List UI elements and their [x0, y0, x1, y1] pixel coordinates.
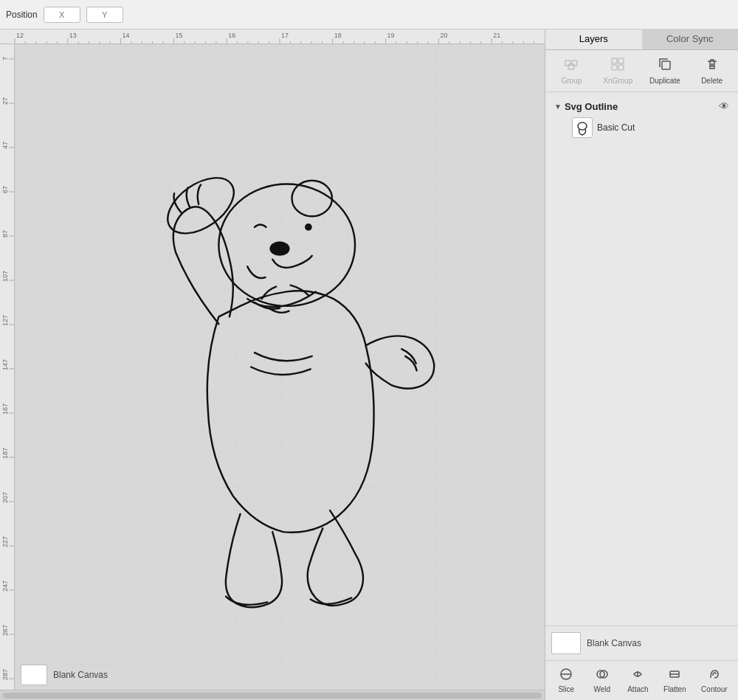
group-button[interactable]: Group	[552, 55, 590, 87]
layer-thumbnail	[572, 117, 593, 138]
bottom-scrollbar[interactable]	[0, 690, 545, 700]
group-label: Group	[562, 77, 582, 85]
right-panel: Layers Color Sync Group	[545, 30, 738, 700]
svg-point-1	[292, 181, 332, 217]
ungroup-label: XnGroup	[603, 77, 632, 85]
blank-canvas-label: Blank Canvas	[53, 670, 108, 680]
svg-point-2	[218, 184, 355, 306]
svg-rect-12	[662, 61, 670, 69]
vertical-ruler	[0, 44, 15, 690]
panel-toolbar: Group XnGroup	[545, 50, 738, 92]
svg-rect-11	[618, 65, 624, 70]
ungroup-button[interactable]: XnGroup	[599, 55, 637, 87]
flatten-label: Flatten	[663, 685, 686, 693]
contour-icon	[708, 668, 721, 684]
duplicate-icon	[658, 57, 672, 75]
svg-rect-10	[612, 65, 617, 70]
svg-point-4	[269, 241, 289, 255]
svg-illustration	[15, 44, 545, 690]
layer-group: ▼ Svg Outline 👁 Basic Cut	[545, 95, 738, 144]
blank-canvas-thumbnail	[21, 665, 47, 685]
panel-blank-canvas-thumb	[551, 632, 581, 654]
contour-label: Contour	[701, 685, 728, 693]
weld-icon	[596, 668, 609, 684]
weld-button[interactable]: Weld	[587, 665, 617, 696]
delete-icon	[705, 57, 720, 75]
attach-label: Attach	[627, 685, 648, 693]
attach-icon	[631, 668, 644, 684]
canvas-area: Blank Canvas	[0, 30, 545, 700]
blank-canvas-row: Blank Canvas	[545, 626, 738, 660]
duplicate-button[interactable]: Duplicate	[645, 55, 685, 87]
horizontal-ruler	[0, 30, 545, 44]
position-label: Position	[6, 10, 38, 20]
panel-spacer	[545, 362, 738, 626]
panel-tabs: Layers Color Sync	[545, 30, 738, 50]
layer-name: Basic Cut	[597, 122, 635, 133]
slice-label: Slice	[558, 685, 574, 693]
visibility-icon[interactable]: 👁	[719, 100, 729, 112]
svg-rect-8	[612, 58, 617, 63]
flatten-icon	[668, 668, 681, 684]
top-bar: Position	[0, 0, 738, 30]
svg-point-0	[158, 167, 244, 245]
slice-icon	[559, 668, 573, 684]
canvas-scroll: Blank Canvas	[0, 44, 545, 690]
x-input[interactable]	[44, 7, 80, 23]
slice-button[interactable]: Slice	[551, 665, 581, 696]
svg-point-3	[305, 223, 312, 231]
svg-rect-7	[568, 64, 574, 69]
layer-group-header[interactable]: ▼ Svg Outline 👁	[551, 98, 732, 114]
tab-color-sync[interactable]: Color Sync	[642, 30, 739, 49]
attach-button[interactable]: Attach	[623, 665, 652, 696]
scroll-track[interactable]	[3, 693, 542, 699]
weld-label: Weld	[593, 685, 610, 693]
chevron-down-icon: ▼	[554, 103, 562, 111]
y-input[interactable]	[86, 7, 123, 23]
panel-blank-canvas-label: Blank Canvas	[587, 638, 641, 648]
drawing-canvas[interactable]: Blank Canvas	[15, 44, 545, 690]
canvas-bottom-bar: Blank Canvas	[15, 660, 545, 690]
duplicate-label: Duplicate	[649, 77, 680, 85]
bottom-actions: Slice Weld Attach	[545, 660, 738, 700]
delete-button[interactable]: Delete	[693, 55, 731, 87]
layer-group-name: Svg Outline	[565, 101, 716, 112]
ungroup-icon	[610, 57, 625, 75]
flatten-button[interactable]: Flatten	[659, 665, 691, 696]
svg-rect-9	[618, 58, 624, 63]
contour-button[interactable]: Contour	[697, 665, 732, 696]
main-row: Blank Canvas Layers Color Sync	[0, 30, 738, 700]
tab-layers[interactable]: Layers	[545, 30, 642, 49]
svg-point-13	[578, 122, 587, 130]
group-icon	[564, 57, 579, 75]
list-item[interactable]: Basic Cut	[551, 114, 732, 141]
delete-label: Delete	[701, 77, 723, 85]
layer-list: ▼ Svg Outline 👁 Basic Cut	[545, 92, 738, 362]
